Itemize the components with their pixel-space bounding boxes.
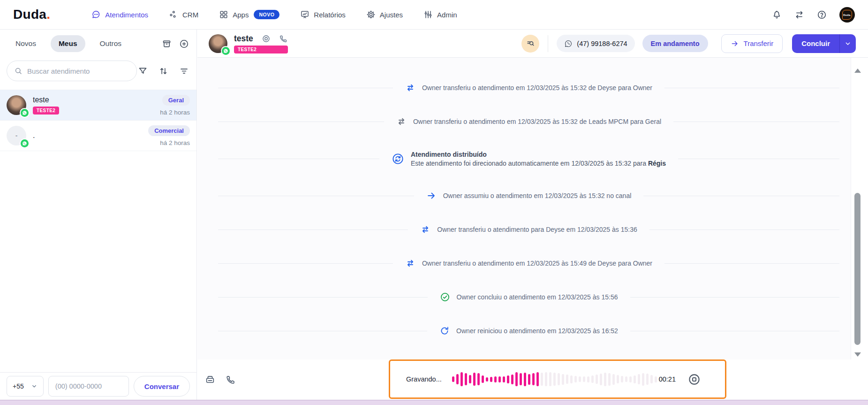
stop-recording-button[interactable] bbox=[688, 373, 701, 386]
conversation-item[interactable]: -.Comercialhá 2 horas bbox=[0, 121, 196, 151]
search-list-icon bbox=[526, 39, 535, 48]
novo-badge: NOVO bbox=[254, 10, 279, 19]
divider-line bbox=[218, 297, 428, 298]
waveform-bar bbox=[549, 372, 551, 386]
view-icon[interactable] bbox=[262, 34, 271, 43]
waveform-bar bbox=[625, 376, 627, 382]
nav-item-relatorios[interactable]: Relatórios bbox=[300, 10, 346, 19]
country-code-select[interactable]: +55 bbox=[7, 376, 44, 397]
nav-item-label: Relatórios bbox=[314, 11, 346, 19]
conversations-sidebar: NovosMeusOutros testeTESTE2Geralhá 2 hor… bbox=[0, 30, 197, 400]
waveform-bar bbox=[498, 376, 501, 382]
divider-line bbox=[664, 263, 839, 264]
waveform-bar bbox=[456, 374, 459, 384]
contact-identity: teste TESTE2 bbox=[234, 34, 288, 53]
contact-avatar bbox=[209, 34, 227, 53]
voice-recorder: Gravando... 00:21 bbox=[389, 359, 726, 399]
search-box bbox=[7, 61, 137, 81]
bell-icon[interactable] bbox=[772, 10, 782, 20]
conversation-info: . bbox=[33, 131, 35, 140]
chat-icon bbox=[91, 10, 101, 19]
waveform-bar bbox=[579, 376, 581, 382]
divider-line bbox=[673, 122, 839, 122]
nav-item-label: Ajustes bbox=[380, 11, 403, 19]
conversation-tabs: NovosMeusOutros bbox=[8, 35, 129, 52]
help-icon[interactable] bbox=[817, 10, 827, 20]
waveform-bar bbox=[650, 375, 653, 383]
conversation-list: testeTESTE2Geralhá 2 horas-.Comercialhá … bbox=[0, 90, 196, 151]
waveform-bar bbox=[524, 373, 526, 386]
event-text: Owner concluiu o atendimento em 12/03/20… bbox=[457, 293, 618, 301]
contact-phone-pill[interactable]: (47) 99188-6274 bbox=[557, 35, 634, 52]
waveform-bar bbox=[511, 374, 513, 384]
swap-horizontal-icon[interactable] bbox=[794, 10, 804, 20]
filter-lines-icon[interactable] bbox=[179, 66, 189, 76]
divider-line bbox=[218, 229, 408, 230]
waveform-bar bbox=[520, 373, 522, 385]
top-navbar: Duda. AtendimentosCRMAppsNOVORelatóriosA… bbox=[0, 0, 868, 30]
app-root: Duda. AtendimentosCRMAppsNOVORelatóriosA… bbox=[0, 0, 868, 405]
timeline-event: Atendimento distribuídoEste atendimento … bbox=[218, 138, 839, 179]
printer-icon[interactable] bbox=[205, 374, 215, 385]
scroll-up-arrow[interactable] bbox=[854, 69, 861, 73]
search-icon bbox=[14, 67, 23, 75]
conversation-item[interactable]: testeTESTE2Geralhá 2 horas bbox=[0, 90, 196, 121]
divider-line bbox=[649, 229, 839, 230]
avatar-initial: - bbox=[15, 132, 18, 139]
search-input[interactable] bbox=[27, 67, 129, 75]
divider-line bbox=[664, 88, 839, 88]
chat-scrollbar[interactable] bbox=[851, 58, 868, 359]
scroll-down-arrow[interactable] bbox=[854, 352, 861, 357]
waveform-bar bbox=[490, 377, 492, 382]
waveform-bar bbox=[612, 374, 615, 385]
phone-icon[interactable] bbox=[226, 374, 236, 385]
archive-icon[interactable] bbox=[162, 39, 172, 49]
phone-number-input[interactable] bbox=[48, 376, 129, 397]
tab-outros[interactable]: Outros bbox=[92, 35, 130, 52]
nav-item-label: Admin bbox=[437, 11, 457, 19]
filter-funnel-icon[interactable] bbox=[138, 66, 148, 76]
search-in-conversation-button[interactable] bbox=[521, 35, 539, 53]
sort-icon[interactable] bbox=[159, 66, 168, 76]
user-avatar[interactable]: Duda. bbox=[839, 7, 855, 23]
nav-item-apps[interactable]: AppsNOVO bbox=[219, 10, 279, 19]
add-icon[interactable] bbox=[179, 39, 189, 49]
waveform-bar bbox=[621, 376, 623, 382]
phone-icon[interactable] bbox=[279, 34, 288, 43]
waveform-bar bbox=[562, 374, 564, 385]
country-code-value: +55 bbox=[13, 382, 24, 390]
recording-timer: 00:21 bbox=[659, 375, 676, 383]
avatar bbox=[7, 95, 26, 115]
crm-icon bbox=[169, 10, 178, 19]
waveform-bar bbox=[503, 376, 505, 382]
conversation-time: há 2 horas bbox=[160, 139, 190, 146]
event-content: Owner reiniciou o atendimento em 12/03/2… bbox=[439, 326, 618, 336]
transfer-button[interactable]: Transferir bbox=[721, 34, 783, 53]
tab-novos[interactable]: Novos bbox=[8, 35, 44, 52]
conversar-button[interactable]: Conversar bbox=[134, 376, 190, 397]
conclude-button[interactable]: Concluir bbox=[792, 34, 839, 53]
waveform-bar bbox=[558, 373, 560, 385]
scrollbar-thumb[interactable] bbox=[854, 193, 860, 345]
nav-item-crm[interactable]: CRM bbox=[169, 10, 198, 19]
waveform-bar bbox=[655, 376, 657, 382]
event-text: Owner transferiu o atendimento em 12/03/… bbox=[413, 118, 661, 125]
whatsapp-icon bbox=[564, 39, 573, 48]
chat-footer: Gravando... 00:21 bbox=[197, 359, 868, 400]
bottom-edge-strip bbox=[0, 400, 868, 405]
nav-item-atendimentos[interactable]: Atendimentos bbox=[91, 10, 148, 19]
nav-item-ajustes[interactable]: Ajustes bbox=[366, 10, 403, 19]
transfer-button-label: Transferir bbox=[744, 39, 774, 47]
app-logo[interactable]: Duda. bbox=[13, 7, 50, 22]
timeline-event: Owner assumiu o atendimento em 12/03/202… bbox=[218, 179, 839, 213]
tab-meus[interactable]: Meus bbox=[51, 35, 85, 52]
gear-icon bbox=[366, 10, 376, 19]
nav-item-admin[interactable]: Admin bbox=[423, 10, 457, 19]
department-badge: Comercial bbox=[148, 125, 190, 136]
waveform-bar bbox=[469, 375, 471, 383]
conclude-menu-button[interactable] bbox=[839, 34, 856, 53]
sync-circle-icon bbox=[392, 153, 404, 165]
logo-text: Duda bbox=[13, 7, 46, 22]
waveform-bar bbox=[629, 376, 632, 382]
waveform-bar bbox=[477, 373, 480, 385]
